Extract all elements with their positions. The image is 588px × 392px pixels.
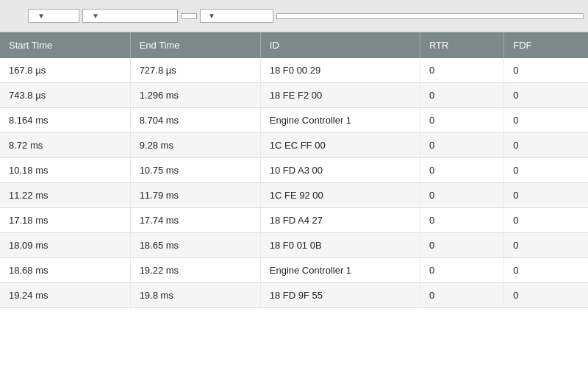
cell-id: 10 FD A3 00 bbox=[260, 158, 420, 183]
table-row[interactable]: 19.24 ms19.8 ms18 FD 9F 5500 bbox=[0, 283, 588, 308]
header-end-time: End Time bbox=[130, 32, 260, 58]
cell-end-time: 18.65 ms bbox=[130, 233, 260, 258]
cell-fdf: 0 bbox=[504, 83, 588, 108]
header-id: ID bbox=[260, 32, 420, 58]
table-row[interactable]: 167.8 µs727.8 µs18 F0 00 2900 bbox=[0, 58, 588, 83]
cell-rtr: 0 bbox=[420, 58, 503, 83]
data-table-container: Start Time End Time ID RTR FDF 167.8 µs7… bbox=[0, 32, 588, 392]
cell-rtr: 0 bbox=[420, 258, 503, 283]
buffer-dropdown[interactable]: ▼ bbox=[82, 9, 178, 23]
hex-chevron-icon: ▼ bbox=[37, 12, 45, 20]
cell-start-time: 11.22 ms bbox=[0, 183, 130, 208]
table-row[interactable]: 18.68 ms19.22 msEngine Controller 100 bbox=[0, 258, 588, 283]
cell-rtr: 0 bbox=[420, 208, 503, 233]
cell-rtr: 0 bbox=[420, 108, 503, 133]
cell-fdf: 0 bbox=[504, 208, 588, 233]
cell-rtr: 0 bbox=[420, 158, 503, 183]
cell-fdf: 0 bbox=[504, 258, 588, 283]
cell-start-time: 8.164 ms bbox=[0, 108, 130, 133]
cell-fdf: 0 bbox=[504, 58, 588, 83]
table-row[interactable]: 17.18 ms17.74 ms18 FD A4 2700 bbox=[0, 208, 588, 233]
cell-fdf: 0 bbox=[504, 158, 588, 183]
header-start-time: Start Time bbox=[0, 32, 130, 58]
cell-fdf: 0 bbox=[504, 108, 588, 133]
cell-end-time: 11.79 ms bbox=[130, 183, 260, 208]
cell-end-time: 727.8 µs bbox=[130, 58, 260, 83]
cell-start-time: 167.8 µs bbox=[0, 58, 130, 83]
search-box[interactable] bbox=[276, 13, 584, 19]
table-body: 167.8 µs727.8 µs18 F0 00 2900743.8 µs1.2… bbox=[0, 58, 588, 308]
cell-end-time: 10.75 ms bbox=[130, 158, 260, 183]
cell-id: 18 F0 01 0B bbox=[260, 233, 420, 258]
cell-fdf: 0 bbox=[504, 233, 588, 258]
cell-fdf: 0 bbox=[504, 133, 588, 158]
cell-id: Engine Controller 1 bbox=[260, 108, 420, 133]
cell-start-time: 10.18 ms bbox=[0, 158, 130, 183]
cell-start-time: 18.68 ms bbox=[0, 258, 130, 283]
cell-rtr: 0 bbox=[420, 133, 503, 158]
statistics-menu[interactable] bbox=[16, 14, 25, 18]
cell-id: 18 FD A4 27 bbox=[260, 208, 420, 233]
table-row[interactable]: 11.22 ms11.79 ms1C FE 92 0000 bbox=[0, 183, 588, 208]
view-menu[interactable] bbox=[4, 14, 13, 18]
cell-end-time: 19.22 ms bbox=[130, 258, 260, 283]
table-row[interactable]: 8.164 ms8.704 msEngine Controller 100 bbox=[0, 108, 588, 133]
field-chevron-icon: ▼ bbox=[208, 12, 215, 20]
cell-start-time: 17.18 ms bbox=[0, 208, 130, 233]
filter-button[interactable] bbox=[181, 13, 197, 19]
buffer-chevron-icon: ▼ bbox=[92, 12, 99, 20]
cell-end-time: 8.704 ms bbox=[130, 108, 260, 133]
cell-fdf: 0 bbox=[504, 183, 588, 208]
table-row[interactable]: 10.18 ms10.75 ms10 FD A3 0000 bbox=[0, 158, 588, 183]
cell-start-time: 8.72 ms bbox=[0, 133, 130, 158]
cell-fdf: 0 bbox=[504, 283, 588, 308]
table-row[interactable]: 18.09 ms18.65 ms18 F0 01 0B00 bbox=[0, 233, 588, 258]
cell-id: Engine Controller 1 bbox=[260, 258, 420, 283]
cell-start-time: 18.09 ms bbox=[0, 233, 130, 258]
header-fdf: FDF bbox=[504, 32, 588, 58]
cell-rtr: 0 bbox=[420, 233, 503, 258]
cell-end-time: 9.28 ms bbox=[130, 133, 260, 158]
table-row[interactable]: 743.8 µs1.296 ms18 FE F2 0000 bbox=[0, 83, 588, 108]
cell-id: 18 FD 9F 55 bbox=[260, 283, 420, 308]
cell-end-time: 19.8 ms bbox=[130, 283, 260, 308]
hex-dropdown[interactable]: ▼ bbox=[28, 9, 79, 23]
cell-id: 1C EC FF 00 bbox=[260, 133, 420, 158]
cell-start-time: 743.8 µs bbox=[0, 83, 130, 108]
cell-id: 18 F0 00 29 bbox=[260, 58, 420, 83]
table-header-row: Start Time End Time ID RTR FDF bbox=[0, 32, 588, 58]
table-row[interactable]: 8.72 ms9.28 ms1C EC FF 0000 bbox=[0, 133, 588, 158]
header-rtr: RTR bbox=[420, 32, 503, 58]
cell-end-time: 17.74 ms bbox=[130, 208, 260, 233]
toolbar: ▼ ▼ ▼ bbox=[0, 0, 588, 32]
cell-id: 18 FE F2 00 bbox=[260, 83, 420, 108]
cell-start-time: 19.24 ms bbox=[0, 283, 130, 308]
cell-id: 1C FE 92 00 bbox=[260, 183, 420, 208]
cell-rtr: 0 bbox=[420, 183, 503, 208]
data-table: Start Time End Time ID RTR FDF 167.8 µs7… bbox=[0, 32, 588, 308]
field-dropdown[interactable]: ▼ bbox=[200, 9, 273, 23]
cell-rtr: 0 bbox=[420, 283, 503, 308]
cell-end-time: 1.296 ms bbox=[130, 83, 260, 108]
cell-rtr: 0 bbox=[420, 83, 503, 108]
